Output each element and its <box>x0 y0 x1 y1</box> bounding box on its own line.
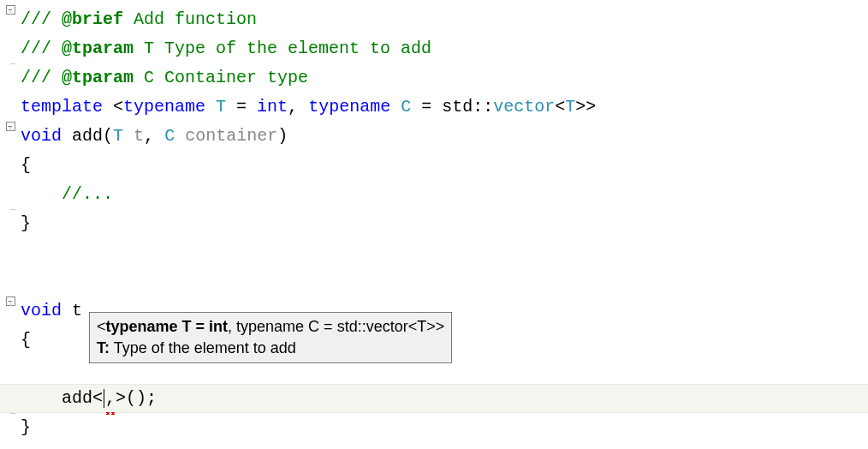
keyword: typename <box>123 97 205 117</box>
punct: :: <box>473 97 493 117</box>
error-squiggle: , <box>105 384 116 413</box>
gutter[interactable]: − <box>0 5 21 15</box>
code-editor[interactable]: − /// @brief Add function /// @tparam T … <box>0 0 868 442</box>
code-line[interactable] <box>0 238 868 267</box>
keyword: template <box>21 97 103 117</box>
punct: >> <box>575 97 596 117</box>
doc-text: Add function <box>123 9 257 29</box>
brace: } <box>21 213 31 233</box>
brace: } <box>21 417 31 437</box>
gutter[interactable]: − <box>0 122 21 131</box>
code-line[interactable]: add<,>(); <box>0 384 868 413</box>
tooltip-description: T: Type of the element to add <box>97 338 444 359</box>
tooltip-param-label: T: <box>97 339 110 356</box>
doc-comment: /// <box>21 39 62 58</box>
punct: = <box>226 97 257 117</box>
punct: , <box>144 126 164 146</box>
tooltip-signature: <typename T = int, typename C = std::vec… <box>97 316 444 338</box>
punct: , <box>105 388 116 408</box>
text-caret <box>104 389 104 408</box>
type: vector <box>493 97 555 117</box>
param: container <box>185 126 277 146</box>
keyword: typename <box>308 97 390 117</box>
space <box>62 126 72 146</box>
function-name: add <box>72 126 103 146</box>
punct: > <box>116 388 126 408</box>
space <box>390 97 401 117</box>
code-line[interactable]: } <box>0 413 868 442</box>
parameter-info-tooltip: <typename T = int, typename C = std::vec… <box>89 312 452 363</box>
space <box>123 126 134 146</box>
doc-tag: @brief <box>62 9 123 29</box>
function-name: t <box>72 301 82 320</box>
doc-text: T Type of the element to add <box>134 39 431 58</box>
param: t <box>134 126 144 146</box>
space <box>62 301 72 320</box>
doc-text: C Container type <box>134 68 308 87</box>
type: C <box>164 126 175 146</box>
punct: < <box>555 97 565 117</box>
doc-tag: @tparam <box>62 39 134 58</box>
indent-guide <box>21 184 62 204</box>
indent-guide <box>21 388 62 408</box>
tooltip-active-param: typename T = int <box>106 318 229 335</box>
punct: < <box>103 97 123 117</box>
brace: { <box>21 155 31 175</box>
code-line[interactable]: − void add(T t, C container) <box>0 122 868 151</box>
punct: ) <box>277 126 288 146</box>
punct: ( <box>103 126 113 146</box>
doc-comment: /// <box>21 9 62 29</box>
brace: { <box>21 330 31 350</box>
call-name: add <box>62 388 92 408</box>
punct: = <box>411 97 442 117</box>
gutter[interactable]: − <box>0 296 21 306</box>
code-line[interactable]: //... <box>0 180 868 209</box>
doc-comment: /// <box>21 68 62 87</box>
tooltip-text: < <box>97 318 106 335</box>
code-line[interactable]: − /// @brief Add function <box>0 5 868 34</box>
type: C <box>401 97 411 117</box>
tooltip-text: , typename C = std::vector<T>> <box>228 318 444 335</box>
punct: (); <box>126 388 157 408</box>
keyword: void <box>21 301 62 320</box>
space <box>175 126 185 146</box>
code-line[interactable]: template <typename T = int, typename C =… <box>0 93 868 122</box>
punct: , <box>288 97 308 117</box>
code-line[interactable]: { <box>0 151 868 180</box>
code-line[interactable] <box>0 267 868 296</box>
comment: //... <box>62 184 113 204</box>
namespace: std <box>442 97 473 117</box>
code-line[interactable]: } <box>0 209 868 238</box>
code-line[interactable]: /// @tparam C Container type <box>0 63 868 93</box>
keyword-type: int <box>257 97 288 117</box>
punct: < <box>92 388 103 408</box>
space <box>205 97 216 117</box>
keyword: void <box>21 126 62 146</box>
type: T <box>216 97 226 117</box>
type: T <box>113 126 123 146</box>
type: T <box>565 97 575 117</box>
doc-tag: @tparam <box>62 68 134 87</box>
code-line[interactable]: /// @tparam T Type of the element to add <box>0 34 868 63</box>
tooltip-param-desc: Type of the element to add <box>110 339 296 356</box>
